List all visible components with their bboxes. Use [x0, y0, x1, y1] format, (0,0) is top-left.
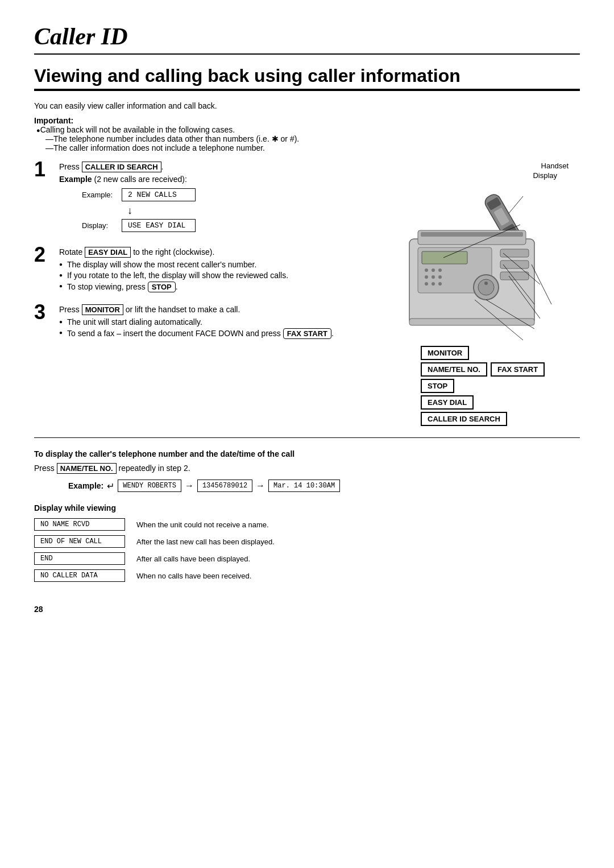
example-display1-box: 2 NEW CALLS [122, 188, 196, 201]
example-name-box: WENDY ROBERTS [118, 480, 181, 492]
svg-point-15 [425, 282, 428, 286]
svg-rect-6 [421, 232, 523, 237]
svg-point-20 [484, 282, 488, 285]
svg-rect-24 [409, 319, 534, 325]
important-bullet-1: ●Calling back will not be available in t… [36, 125, 580, 134]
step-1-block: 1 Press CALLER ID SEARCH. Example (2 new… [34, 162, 375, 237]
svg-point-16 [432, 282, 435, 286]
monitor-label: MONITOR [421, 346, 469, 360]
page-title: Caller ID [34, 23, 580, 55]
step1-example-label: Example [59, 175, 92, 184]
display-code-2: END [34, 552, 125, 565]
step3-press: Press [59, 305, 80, 314]
name-tel-label: NAME/TEL NO. [421, 362, 487, 377]
divider-1 [34, 437, 580, 438]
caller-id-search-label: CALLER ID SEARCH [421, 412, 507, 426]
display-desc-3: When no calls have been received. [136, 572, 580, 580]
name-tel-example-prefix: Example: [68, 481, 103, 490]
step3-bullet-1: The unit will start dialing automaticall… [59, 317, 375, 326]
example-date-box: Mar. 14 10:30AM [268, 480, 340, 492]
step2-suffix: to the right (clockwise). [133, 247, 214, 257]
display-code-3: NO CALLER DATA [34, 569, 125, 582]
step1-example-text: (2 new calls are received): [94, 175, 186, 184]
step-3-number: 3 [34, 302, 52, 341]
pointer-arrow-icon: ↵ [107, 481, 114, 491]
display-desc-0: When the unit could not receive a name. [136, 520, 580, 529]
step2-bullet-2: If you rotate to the left, the display w… [59, 271, 375, 280]
important-label: Important: [34, 116, 73, 125]
diagram-button-labels: MONITOR NAME/TEL NO. FAX START STOP EASY… [421, 346, 569, 426]
step3-bullet-2: To send a fax – insert the document FACE… [59, 328, 375, 339]
step2-button: EASY DIAL [85, 247, 131, 258]
display-code-1: END OF NEW CALL [34, 535, 125, 548]
step1-example-display: Example: 2 NEW CALLS ↓ Display: USE EASY… [82, 188, 375, 232]
svg-rect-8 [422, 251, 467, 264]
example-display2-label: Display: [82, 221, 116, 230]
intro-text: You can easily view caller information a… [34, 101, 580, 110]
step-3-block: 3 Press MONITOR or lift the handset to m… [34, 304, 375, 341]
stop-label: STOP [421, 379, 454, 393]
svg-point-10 [432, 268, 435, 272]
step-1-number: 1 [34, 159, 52, 237]
name-tel-section: To display the caller's telephone number… [34, 449, 580, 492]
name-tel-bold: To display the caller's telephone number… [34, 449, 294, 458]
name-tel-instruction: Press [34, 464, 55, 473]
step1-press: Press [59, 162, 80, 171]
handset-label: Handset [541, 162, 569, 170]
step-2-block: 2 Rotate EASY DIAL to the right (clockwi… [34, 247, 375, 294]
svg-point-9 [425, 268, 428, 272]
step2-rotate: Rotate [59, 247, 82, 257]
display-row-3: NO CALLER DATA When no calls have been r… [34, 569, 580, 582]
display-row-0: NO NAME RCVD When the unit could not rec… [34, 518, 580, 531]
svg-point-17 [438, 282, 442, 286]
svg-point-12 [425, 275, 428, 279]
section-title: Viewing and calling back using caller in… [34, 65, 580, 91]
fax-start-label: FAX START [491, 362, 545, 377]
display-code-0: NO NAME RCVD [34, 518, 125, 531]
display-desc-2: After all calls have been displayed. [136, 555, 580, 563]
step2-bullet-1: The display will show the most recent ca… [59, 260, 375, 269]
easy-dial-label: EASY DIAL [421, 395, 474, 410]
display-label: Display [533, 171, 557, 180]
svg-line-25 [509, 196, 523, 213]
example-display1-label: Example: [82, 191, 116, 199]
page-number: 28 [34, 605, 580, 614]
svg-rect-22 [500, 261, 529, 268]
name-tel-button: NAME/TEL NO. [57, 463, 117, 474]
display-row-2: END After all calls have been displayed. [34, 552, 580, 565]
step2-bullet-3: To stop viewing, press STOP. [59, 282, 375, 292]
display-row-1: END OF NEW CALL After the last new call … [34, 535, 580, 548]
name-tel-suffix: repeatedly in step 2. [119, 464, 190, 473]
svg-point-14 [438, 275, 442, 279]
important-block: Important: ●Calling back will not be ava… [34, 116, 580, 152]
svg-point-11 [438, 268, 442, 272]
arrow-right-1-icon: → [185, 481, 194, 491]
step3-suffix: or lift the handset to make a call. [126, 305, 240, 314]
example-display2-box: USE EASY DIAL [122, 219, 196, 232]
important-dash-1: —The telephone number includes data othe… [45, 134, 580, 143]
display-while-viewing-section: Display while viewing NO NAME RCVD When … [34, 503, 580, 582]
step2-stop-button: STOP [148, 282, 176, 292]
step-2-number: 2 [34, 245, 52, 294]
important-dash-2: —The caller information does not include… [45, 143, 580, 152]
name-tel-example: Example: ↵ WENDY ROBERTS → 13456789012 →… [68, 480, 580, 492]
fax-machine-svg [387, 182, 557, 341]
step1-button: CALLER ID SEARCH [82, 162, 161, 172]
arrow-down-icon: ↓ [127, 205, 375, 217]
step3-button: MONITOR [82, 304, 123, 315]
svg-rect-21 [500, 249, 529, 257]
display-viewing-title: Display while viewing [34, 503, 580, 512]
svg-point-13 [432, 275, 435, 279]
fax-machine-diagram: Handset Display [387, 162, 569, 426]
display-desc-1: After the last new call has been display… [136, 538, 580, 546]
arrow-right-2-icon: → [256, 481, 265, 491]
example-number-box: 13456789012 [197, 480, 252, 492]
step3-fax-button: FAX START [283, 328, 331, 339]
